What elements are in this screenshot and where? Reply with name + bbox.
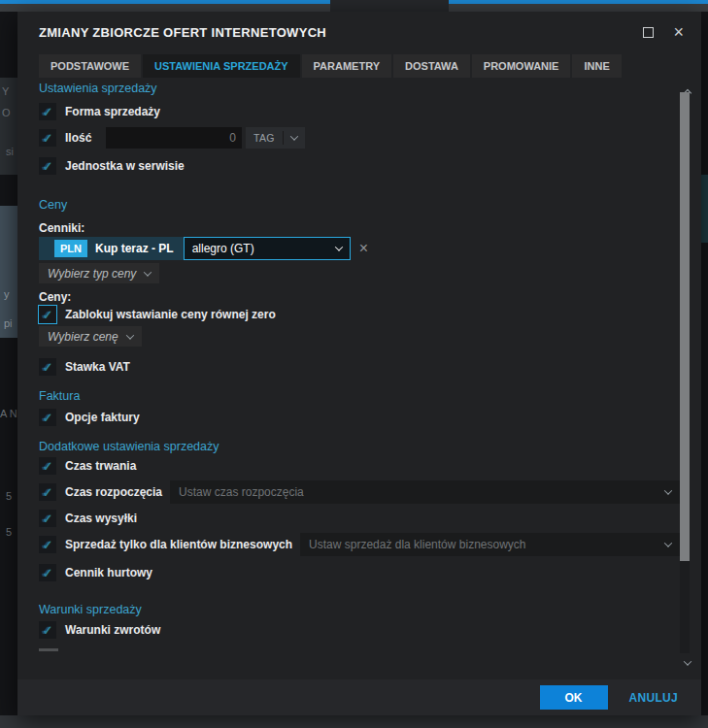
dialog-content: Ustawienia sprzedaży ✓ Forma sprzedaży ✓…	[17, 78, 701, 679]
cancel-button[interactable]: ANULUJ	[629, 691, 678, 705]
ceny-sublabel: Ceny:	[39, 290, 680, 304]
check-icon: ✓	[43, 361, 53, 374]
pricelist-strip: PLN Kup teraz - PL	[39, 237, 184, 260]
tab-promowanie[interactable]: PROMOWANIE	[472, 54, 571, 78]
check-icon: ✓	[43, 460, 53, 473]
row-warunki-zwrotow: ✓ Warunki zwrotów	[39, 621, 680, 639]
section-header-dodatkowe: Dodatkowe ustawienia sprzedaży	[39, 440, 680, 453]
background-text-fragment: A N	[0, 408, 17, 419]
scrollbar-thumb[interactable]	[680, 92, 690, 561]
background-text-fragment: y	[4, 288, 10, 300]
forma-sprzedazy-label: Forma sprzedaży	[65, 105, 160, 118]
remove-pricelist-icon[interactable]: ×	[359, 241, 368, 256]
section-header-faktura: Faktura	[39, 389, 680, 403]
czas-rozpoczecia-select[interactable]: Ustaw czas rozpoczęcia	[170, 480, 680, 504]
czas-trwania-label: Czas trwania	[65, 459, 136, 473]
sprzedaz-b2b-placeholder: Ustaw sprzedaż dla klientów biznesowych	[309, 538, 525, 551]
czas-rozpoczecia-checkbox[interactable]: ✓	[39, 483, 56, 501]
row-sprzedaz-b2b: ✓ Sprzedaż tylko dla klientów biznesowyc…	[39, 533, 680, 556]
warunki-zwrotow-label: Warunki zwrotów	[65, 623, 160, 637]
chevron-down-icon	[125, 331, 133, 339]
close-icon[interactable]: ×	[673, 26, 684, 38]
check-icon: ✓	[43, 567, 53, 579]
zablokuj-zero-checkbox[interactable]: ✓	[39, 306, 56, 323]
tab-parametry[interactable]: PARAMETRY	[302, 54, 391, 78]
ok-button[interactable]: OK	[540, 685, 608, 710]
background-top-bar	[0, 0, 708, 12]
row-zablokuj-zero: ✓ Zablokuj wstawianie ceny równej zero	[39, 306, 680, 323]
background-accent-bar	[0, 0, 330, 4]
tab-ustawienia-sprzedazy[interactable]: USTAWIENIA SPRZEDAŻY	[143, 54, 300, 78]
row-forma-sprzedazy: ✓ Forma sprzedaży	[39, 103, 680, 120]
check-icon: ✓	[43, 309, 53, 321]
background-accent-bar	[449, 0, 708, 4]
clipped-next-row	[39, 648, 58, 651]
background-text-fragment: Y	[2, 85, 9, 97]
check-icon: ✓	[43, 624, 53, 637]
background-text-fragment: 5	[6, 526, 12, 538]
background-text-fragment: si	[6, 146, 14, 157]
check-icon: ✓	[43, 106, 53, 118]
check-icon: ✓	[43, 539, 53, 551]
jednostka-label: Jednostka w serwisie	[65, 159, 185, 173]
pricelist-name: Kup teraz - PL	[95, 242, 174, 255]
sprzedaz-b2b-select[interactable]: Ustaw sprzedaż dla klientów biznesowych	[300, 533, 680, 556]
price-type-placeholder: Wybierz typ ceny	[48, 267, 136, 281]
opcje-faktury-label: Opcje faktury	[65, 411, 140, 424]
czas-wysylki-checkbox[interactable]: ✓	[39, 510, 56, 527]
chevron-down-icon	[334, 243, 342, 250]
chevron-down-icon	[284, 135, 305, 141]
row-cennik-hurtowy: ✓ Cennik hurtowy	[39, 564, 680, 581]
chevron-down-icon	[684, 657, 691, 665]
section-header-ceny: Ceny	[39, 198, 680, 212]
chevron-down-icon	[664, 539, 672, 546]
row-czas-wysylki: ✓ Czas wysyłki	[39, 510, 680, 527]
dialog-title: ZMIANY ZBIORCZE OFERT INTERNETOWYCH	[39, 25, 326, 40]
stawka-vat-checkbox[interactable]: ✓	[39, 358, 56, 376]
dialog-title-bar: ZMIANY ZBIORCZE OFERT INTERNETOWYCH ×	[17, 12, 701, 52]
price-placeholder: Wybierz cenę	[48, 330, 118, 344]
window-controls: ×	[643, 26, 684, 38]
ilosc-label: Ilość	[65, 131, 106, 145]
czas-rozpoczecia-label: Czas rozpoczęcia	[65, 485, 162, 499]
background-text-fragment: pi	[4, 317, 13, 329]
forma-sprzedazy-checkbox[interactable]: ✓	[39, 103, 56, 120]
sprzedaz-b2b-checkbox[interactable]: ✓	[39, 536, 56, 553]
section-header-warunki: Warunki sprzedaży	[39, 603, 680, 616]
zablokuj-zero-label: Zablokuj wstawianie ceny równej zero	[65, 308, 276, 321]
background-active-tab	[330, 0, 449, 12]
czas-trwania-checkbox[interactable]: ✓	[39, 457, 56, 475]
cennik-hurtowy-label: Cennik hurtowy	[65, 566, 152, 579]
jednostka-checkbox[interactable]: ✓	[39, 157, 56, 175]
tag-dropdown-button[interactable]: TAG	[246, 127, 305, 149]
warunki-zwrotow-checkbox[interactable]: ✓	[39, 621, 56, 639]
czas-wysylki-label: Czas wysyłki	[65, 512, 137, 525]
tag-label: TAG	[246, 132, 283, 144]
scroll-down-button[interactable]	[685, 652, 691, 670]
price-select[interactable]: Wybierz cenę	[39, 326, 142, 347]
currency-badge: PLN	[54, 240, 87, 257]
background-bottom-bar	[0, 715, 708, 728]
tab-dostawa[interactable]: DOSTAWA	[393, 54, 470, 78]
screen: Y O si y pi A N 5 5 ZMIANY ZBIORCZE OFER…	[0, 0, 708, 728]
bulk-changes-dialog: ZMIANY ZBIORCZE OFERT INTERNETOWYCH × PO…	[17, 12, 701, 715]
cennik-hurtowy-checkbox[interactable]: ✓	[39, 564, 56, 581]
pricelist-mapping-select[interactable]: allegro (GT)	[184, 237, 351, 260]
background-text-fragment: O	[2, 107, 11, 118]
scrollbar-track[interactable]	[680, 92, 690, 653]
czas-rozpoczecia-placeholder: Ustaw czas rozpoczęcia	[179, 485, 304, 499]
check-icon: ✓	[43, 513, 53, 525]
dialog-tab-bar: PODSTAWOWE USTAWIENIA SPRZEDAŻY PARAMETR…	[39, 54, 701, 78]
maximize-icon[interactable]	[643, 27, 654, 38]
tab-inne[interactable]: INNE	[572, 54, 621, 78]
row-cennik: PLN Kup teraz - PL allegro (GT) ×	[39, 237, 680, 260]
row-czas-rozpoczecia: ✓ Czas rozpoczęcia Ustaw czas rozpoczęci…	[39, 480, 680, 504]
ilosc-input[interactable]	[106, 127, 242, 149]
price-type-select[interactable]: Wybierz typ ceny	[39, 263, 159, 283]
opcje-faktury-checkbox[interactable]: ✓	[39, 409, 56, 426]
ilosc-checkbox[interactable]: ✓	[39, 129, 56, 147]
tab-podstawowe[interactable]: PODSTAWOWE	[39, 54, 141, 78]
cenniki-label: Cenniki:	[39, 221, 680, 235]
row-ilosc: ✓ Ilość TAG	[39, 127, 680, 149]
chevron-down-icon	[664, 486, 672, 494]
